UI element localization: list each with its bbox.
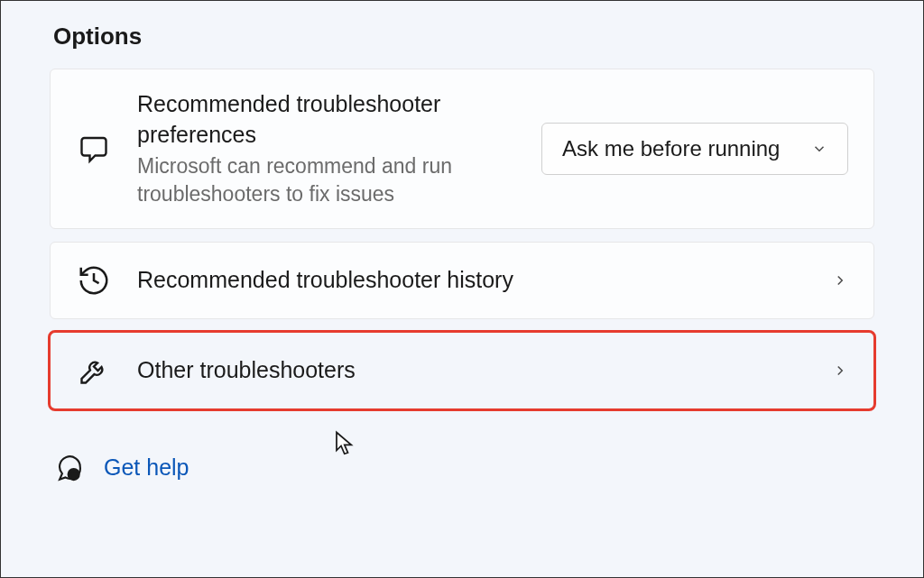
preferences-dropdown[interactable]: Ask me before running — [541, 123, 848, 175]
help-icon: ? — [53, 453, 84, 483]
speech-bubble-icon — [76, 131, 112, 167]
other-troubleshooters-card[interactable]: Other troubleshooters — [50, 332, 874, 409]
card-description: Microsoft can recommend and run troubles… — [137, 152, 516, 208]
card-chevron — [832, 272, 848, 289]
card-body: Other troubleshooters — [137, 355, 807, 386]
card-title: Recommended troubleshooter history — [137, 265, 807, 296]
card-body: Recommended troubleshooter preferences M… — [137, 89, 516, 208]
wrench-icon — [76, 353, 112, 389]
troubleshooter-preferences-card: Recommended troubleshooter preferences M… — [50, 69, 874, 229]
get-help-link[interactable]: Get help — [104, 454, 189, 481]
card-chevron — [832, 362, 848, 379]
dropdown-value: Ask me before running — [562, 136, 780, 161]
get-help-row[interactable]: ? Get help — [53, 453, 874, 483]
options-section: Options Recommended troubleshooter prefe… — [1, 1, 923, 483]
card-controls: Ask me before running — [541, 123, 848, 175]
card-title: Other troubleshooters — [137, 355, 807, 386]
chevron-down-icon — [811, 141, 827, 157]
card-body: Recommended troubleshooter history — [137, 265, 807, 296]
chevron-right-icon — [832, 362, 848, 379]
troubleshooter-history-card[interactable]: Recommended troubleshooter history — [50, 242, 874, 319]
chevron-right-icon — [832, 272, 848, 289]
card-title: Recommended troubleshooter preferences — [137, 89, 516, 151]
history-icon — [76, 262, 112, 298]
section-title: Options — [53, 23, 874, 50]
svg-text:?: ? — [71, 470, 77, 480]
